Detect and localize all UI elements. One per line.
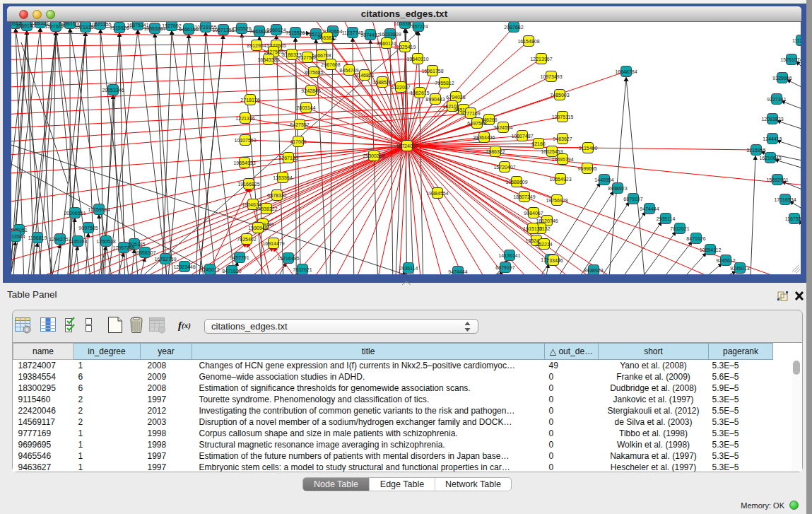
svg-text:10025453: 10025453	[541, 149, 563, 154]
svg-text:9777169: 9777169	[461, 111, 480, 116]
svg-text:20206551: 20206551	[64, 211, 86, 216]
svg-text:2803144: 2803144	[296, 105, 315, 110]
svg-text:1590948: 1590948	[248, 226, 267, 230]
svg-text:16154808: 16154808	[517, 39, 539, 44]
svg-text:10973493: 10973493	[540, 74, 562, 79]
svg-text:9463627: 9463627	[553, 136, 572, 141]
svg-text:1733426: 1733426	[543, 258, 563, 263]
svg-text:5322037: 5322037	[391, 85, 410, 90]
svg-text:7485003: 7485003	[550, 93, 569, 98]
svg-text:10688609: 10688609	[505, 180, 527, 185]
svg-text:16782759: 16782759	[154, 257, 176, 262]
svg-text:1440954: 1440954	[594, 177, 613, 182]
svg-text:25300265: 25300265	[363, 153, 384, 158]
svg-text:1362615: 1362615	[410, 90, 429, 95]
svg-text:1145193: 1145193	[69, 239, 88, 244]
svg-text:9329966: 9329966	[772, 76, 792, 81]
svg-text:16033809: 16033809	[379, 32, 401, 37]
svg-text:1156819: 1156819	[28, 235, 47, 240]
svg-text:5878332: 5878332	[267, 193, 286, 198]
svg-text:9457791: 9457791	[230, 255, 249, 260]
svg-text:6879197: 6879197	[623, 197, 642, 201]
svg-text:15751074: 15751074	[780, 57, 801, 62]
svg-text:10654112: 10654112	[700, 247, 722, 252]
svg-text:19756928: 19756928	[546, 198, 567, 203]
svg-text:1244415: 1244415	[763, 136, 782, 141]
svg-text:10671355: 10671355	[212, 28, 234, 33]
svg-text:17016534: 17016534	[774, 197, 796, 202]
svg-text:10654923: 10654923	[549, 177, 571, 182]
svg-text:9245612: 9245612	[716, 258, 735, 263]
svg-text:6497568: 6497568	[467, 121, 486, 126]
svg-text:1250518: 1250518	[96, 239, 115, 244]
svg-text:11325419: 11325419	[394, 45, 416, 49]
svg-text:1112457: 1112457	[792, 38, 801, 43]
svg-text:8938923: 8938923	[608, 186, 627, 191]
svg-text:1167534: 1167534	[785, 216, 801, 221]
svg-text:2935114: 2935114	[399, 266, 418, 271]
svg-text:9245012: 9245012	[200, 267, 219, 272]
svg-text:8471626: 8471626	[686, 236, 705, 241]
svg-text:15720407: 15720407	[493, 165, 515, 170]
svg-text:15692901: 15692901	[766, 177, 788, 182]
svg-text:1221336: 1221336	[235, 116, 254, 121]
svg-text:9097585: 9097585	[78, 226, 98, 230]
svg-text:17957255: 17957255	[112, 245, 134, 250]
svg-text:62160: 62160	[531, 141, 546, 146]
svg-text:7663822: 7663822	[317, 35, 336, 40]
svg-text:8427552: 8427552	[290, 122, 309, 127]
svg-text:7515526: 7515526	[286, 30, 305, 35]
svg-text:417006: 417006	[290, 139, 306, 144]
svg-text:9084067: 9084067	[524, 211, 543, 216]
svg-text:29053346: 29053346	[102, 88, 124, 93]
svg-text:8313544: 8313544	[11, 234, 25, 239]
svg-text:9146821: 9146821	[355, 73, 374, 78]
svg-text:16543382: 16543382	[257, 57, 279, 62]
svg-text:7955812: 7955812	[435, 81, 454, 86]
svg-text:12923446: 12923446	[173, 264, 195, 269]
svg-text:18724007: 18724007	[396, 144, 418, 148]
svg-text:12093823: 12093823	[761, 117, 783, 122]
svg-text:7625402: 7625402	[237, 237, 256, 242]
svg-text:8938923: 8938923	[584, 268, 603, 273]
svg-text:8660124: 8660124	[377, 41, 396, 46]
svg-text:1588520: 1588520	[372, 80, 392, 85]
svg-text:7632621: 7632621	[670, 226, 689, 231]
svg-text:9874412: 9874412	[360, 33, 379, 37]
svg-text:2718176: 2718176	[240, 98, 259, 103]
svg-text:19166825: 19166825	[237, 182, 259, 187]
svg-text:8660124: 8660124	[266, 28, 286, 33]
svg-text:9115460: 9115460	[579, 146, 598, 151]
svg-text:10107553: 10107553	[234, 138, 256, 143]
svg-text:1353594: 1353594	[273, 175, 292, 180]
svg-text:9474444: 9474444	[448, 269, 467, 274]
svg-text:13495794: 13495794	[551, 157, 573, 162]
svg-text:9227341: 9227341	[767, 97, 786, 102]
svg-text:16648784: 16648784	[615, 69, 637, 74]
svg-text:9327509: 9327509	[264, 49, 283, 54]
svg-text:7857224: 7857224	[408, 24, 428, 29]
svg-text:16961758: 16961758	[421, 69, 443, 74]
svg-text:15716485: 15716485	[277, 256, 299, 261]
svg-text:17159914: 17159914	[88, 207, 110, 212]
svg-text:18807249: 18807249	[513, 194, 535, 199]
svg-text:2087682: 2087682	[504, 25, 523, 30]
svg-text:21364436: 21364436	[473, 135, 495, 140]
svg-text:10958107: 10958107	[134, 250, 155, 255]
svg-text:2935114: 2935114	[657, 216, 676, 221]
svg-text:9242848: 9242848	[301, 88, 320, 93]
svg-text:3624554: 3624554	[493, 125, 512, 130]
svg-text:8471620: 8471620	[222, 269, 241, 274]
svg-text:7632621: 7632621	[293, 267, 312, 272]
svg-text:14938222: 14938222	[255, 206, 277, 211]
svg-text:2967608: 2967608	[321, 62, 340, 67]
svg-text:8912954: 8912954	[247, 43, 266, 48]
svg-text:(x): (x)	[182, 321, 191, 330]
svg-text:12975115: 12975115	[552, 115, 574, 119]
svg-text:3875685: 3875685	[304, 70, 323, 75]
svg-text:3215955: 3215955	[746, 148, 765, 153]
svg-text:16914479: 16914479	[262, 241, 284, 246]
svg-text:10807487: 10807487	[511, 134, 533, 139]
svg-text:14136141: 14136141	[498, 253, 520, 258]
svg-text:1615132: 1615132	[523, 226, 542, 231]
